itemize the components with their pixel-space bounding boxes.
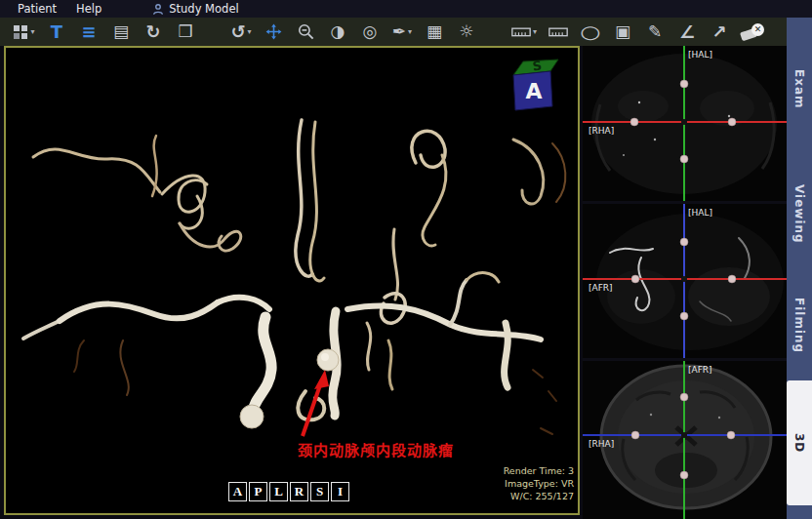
rect-roi-button[interactable]: ▣: [610, 20, 635, 45]
person-icon: [152, 3, 164, 16]
orientation-buttons: A P L R S I: [228, 482, 349, 501]
mpr-views: [HAL] [RHA] [HAL] [AFR]: [583, 46, 787, 519]
mpr-view-2[interactable]: [HAL] [AFR]: [583, 204, 787, 358]
annotation-label[interactable]: 颈内动脉颅内段动脉瘤: [298, 439, 454, 459]
crosshair-handle[interactable]: [727, 431, 735, 439]
crosshair-handle[interactable]: [630, 118, 638, 126]
crosshair-handle[interactable]: [728, 118, 736, 126]
main-3d-view[interactable]: S A 颈内动脉颅内段动脉瘤 A P L R S I Render Time: …: [4, 46, 580, 515]
crosshair-handle[interactable]: [680, 238, 688, 246]
crosshair-handle[interactable]: [680, 312, 688, 320]
chevron-down-icon: ▾: [533, 28, 537, 36]
ruler-button[interactable]: ▾: [509, 20, 539, 45]
target-icon: ◎: [363, 23, 378, 40]
tab-viewing[interactable]: Viewing: [787, 176, 812, 252]
orient-button-l[interactable]: L: [269, 482, 288, 501]
orient-button-i[interactable]: I: [331, 482, 349, 501]
menu-study-model[interactable]: Study Model: [152, 2, 238, 16]
axis-label-horizontal: [AFR]: [589, 283, 613, 293]
ruler-icon: [511, 24, 531, 39]
freehand-button[interactable]: ✎: [642, 20, 668, 45]
tab-filming[interactable]: Filming: [787, 281, 812, 371]
ellipse-roi-button[interactable]: ○: [578, 20, 603, 45]
axis-label-vertical: [HAL]: [688, 208, 712, 218]
axis-label-vertical: [HAL]: [688, 50, 712, 60]
pan-arrows-icon: [264, 22, 283, 41]
cube-top-label: S: [532, 59, 543, 74]
ellipse-roi-icon: ○: [580, 23, 600, 41]
erase-all-button[interactable]: ✕: [739, 20, 765, 45]
rotate-refresh-icon: ↻: [145, 23, 160, 41]
crosshair-handle[interactable]: [631, 275, 639, 283]
menu-patient[interactable]: Patient: [0, 2, 66, 16]
crosshair-handle[interactable]: [680, 471, 688, 479]
window-level-button[interactable]: ◑: [325, 20, 350, 45]
grid-table-button[interactable]: ▦: [422, 20, 447, 45]
menu-help[interactable]: Help: [66, 2, 111, 16]
image-adjust-button[interactable]: ▤: [108, 20, 134, 45]
orient-button-a[interactable]: A: [228, 482, 247, 501]
arrow-icon: ↗: [711, 23, 726, 41]
mpr-view-3[interactable]: [AFR] [RHA]: [583, 361, 787, 519]
pen-icon: ✒: [392, 23, 406, 40]
ruler-2-button[interactable]: [546, 20, 571, 45]
rotate-3d-icon: ↺: [230, 23, 245, 41]
crosshair-handle[interactable]: [680, 80, 688, 88]
orientation-cube[interactable]: S A: [506, 56, 560, 114]
localizer-lines-button[interactable]: ≡: [76, 20, 102, 45]
sun-icon: ☼: [459, 23, 473, 40]
zoom-out-button[interactable]: [293, 20, 318, 45]
angle-icon: ∠: [679, 23, 695, 41]
orient-button-s[interactable]: S: [310, 482, 329, 501]
tab-exam[interactable]: Exam: [787, 54, 812, 125]
marker-pen-button[interactable]: ✒ ▾: [389, 20, 415, 45]
tab-3d[interactable]: 3D: [787, 380, 812, 505]
render-time: Render Time: 3: [504, 464, 574, 477]
ruler-icon: [548, 24, 568, 39]
cube-icon: ❒: [178, 23, 192, 40]
angle-button[interactable]: ∠: [674, 20, 700, 45]
localizer-lines-icon: ≡: [81, 23, 96, 41]
pan-button[interactable]: [261, 20, 286, 45]
toolbar-spacer: [486, 31, 509, 32]
crosshair-handle[interactable]: [631, 431, 639, 439]
layout-grid-icon: [14, 24, 28, 39]
chevron-down-icon: ▾: [408, 28, 412, 36]
magnifier-minus-icon: [297, 22, 315, 41]
reset-view-button[interactable]: ↻: [141, 20, 166, 45]
vessel-rendering: [6, 48, 578, 513]
eraser-icon: ✕: [741, 23, 763, 41]
pencil-icon: ✎: [648, 23, 662, 40]
mpr-view-1[interactable]: [HAL] [RHA]: [583, 46, 787, 201]
crosshair-handle[interactable]: [680, 155, 688, 163]
arrow-annotation-button[interactable]: ↗: [707, 20, 732, 45]
toolbar: ▾ T ≡ ▤ ↻ ❒ ↺ ▾ ◑ ◎ ✒ ▾ ▦: [0, 18, 787, 46]
rotate-3d-button[interactable]: ↺ ▾: [228, 20, 254, 45]
crosshair-handle[interactable]: [728, 275, 736, 283]
study-model-label: Study Model: [169, 2, 238, 16]
crosshair-handle[interactable]: [680, 393, 688, 401]
chevron-down-icon: ▾: [30, 28, 34, 36]
menu-bar: Patient Help Study Model: [0, 0, 812, 18]
toolbar-spacer: [205, 31, 228, 32]
cube-3d-button[interactable]: ❒: [173, 20, 198, 45]
orient-button-r[interactable]: R: [290, 482, 308, 501]
brightness-button[interactable]: ☼: [454, 20, 479, 45]
axis-label-horizontal: [RHA]: [589, 439, 614, 449]
orient-button-p[interactable]: P: [249, 482, 267, 501]
text-annotation-button[interactable]: T: [44, 20, 69, 45]
right-tab-strip: Exam Viewing Filming 3D: [787, 18, 812, 519]
axis-label-vertical: [AFR]: [688, 365, 712, 375]
render-info: Render Time: 3 ImageType: VR W/C: 255/12…: [504, 464, 574, 502]
image-type: ImageType: VR: [504, 477, 574, 490]
axis-label-horizontal: [RHA]: [589, 126, 614, 136]
target-button[interactable]: ◎: [357, 20, 383, 45]
text-tool-icon: T: [51, 23, 62, 41]
contrast-icon: ◑: [331, 23, 345, 40]
rect-roi-icon: ▣: [615, 23, 630, 40]
layout-grid-button[interactable]: ▾: [12, 20, 37, 45]
window-center: W/C: 255/127: [504, 490, 574, 502]
image-adjust-icon: ▤: [113, 23, 129, 40]
chevron-down-icon: ▾: [248, 28, 252, 36]
table-icon: ▦: [426, 23, 442, 40]
